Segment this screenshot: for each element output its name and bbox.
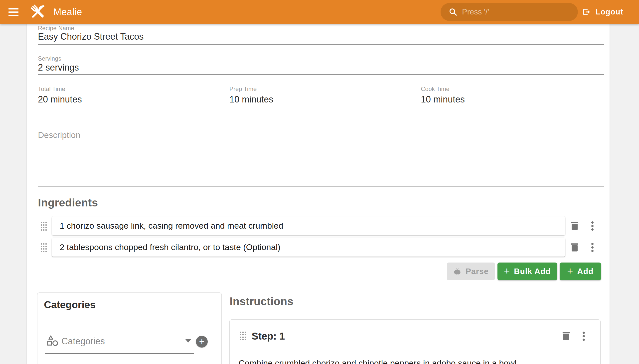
- description-textarea[interactable]: [38, 140, 604, 186]
- servings-label: Servings: [38, 55, 61, 62]
- ingredient-input[interactable]: 2 tablespoons chopped fresh cilantro, or…: [52, 238, 565, 256]
- delete-ingredient-icon[interactable]: [570, 242, 579, 252]
- total-time-input[interactable]: 20 minutes: [38, 94, 82, 105]
- cook-time-input[interactable]: 10 minutes: [421, 94, 465, 105]
- app-bar: Mealie Press '/' Logout: [0, 0, 639, 24]
- bulk-add-button[interactable]: + Bulk Add: [498, 262, 557, 280]
- description-label: Description: [38, 130, 80, 140]
- ingredient-more-options-icon[interactable]: [591, 222, 593, 230]
- total-time-label: Total Time: [38, 86, 65, 92]
- add-label: Add: [577, 267, 593, 276]
- cook-time-underline: [421, 107, 602, 107]
- logout-icon: [582, 7, 591, 17]
- recipe-name-input[interactable]: Easy Chorizo Street Tacos: [38, 32, 144, 42]
- categories-select-underline: [45, 353, 194, 354]
- search-placeholder: Press '/': [462, 8, 489, 16]
- drag-handle[interactable]: [41, 222, 47, 230]
- recipe-name-label: Recipe Name: [38, 25, 74, 32]
- description-underline: [38, 186, 604, 187]
- cook-time-label: Cook Time: [421, 86, 450, 92]
- prep-time-label: Prep Time: [229, 86, 257, 92]
- step-title: Step: 1: [252, 330, 285, 342]
- app-title: Mealie: [53, 0, 82, 24]
- delete-step-icon[interactable]: [562, 331, 571, 341]
- parse-button[interactable]: Parse: [447, 262, 495, 280]
- ingredient-more-options-icon[interactable]: [591, 243, 593, 252]
- ingredients-heading: Ingredients: [38, 196, 98, 209]
- servings-input[interactable]: 2 servings: [38, 62, 79, 73]
- delete-ingredient-icon[interactable]: [570, 221, 579, 231]
- drag-handle[interactable]: [41, 243, 47, 252]
- search-icon: [449, 8, 458, 16]
- drag-handle[interactable]: [240, 332, 246, 340]
- prep-time-underline: [229, 107, 411, 107]
- mealie-recipe-editor: Mealie Press '/' Logout Recipe Name Easy…: [0, 0, 639, 364]
- prep-time-input[interactable]: 10 minutes: [229, 94, 273, 105]
- instructions-heading: Instructions: [230, 295, 293, 308]
- chevron-down-icon[interactable]: [185, 339, 191, 342]
- ingredient-text: 2 tablespoons chopped fresh cilantro, or…: [60, 242, 281, 252]
- recipe-name-underline: [38, 44, 604, 45]
- plus-icon: +: [504, 266, 510, 276]
- categories-divider: [43, 316, 216, 316]
- plus-icon: +: [567, 266, 573, 276]
- plus-icon: +: [199, 336, 204, 347]
- parse-label: Parse: [466, 267, 489, 276]
- logout-button[interactable]: Logout: [582, 0, 623, 24]
- apple-icon: [453, 267, 462, 276]
- mealie-logo-icon: [30, 3, 46, 20]
- add-ingredient-button[interactable]: + Add: [560, 262, 601, 280]
- categories-card-title: Categories: [44, 299, 96, 310]
- add-category-button[interactable]: +: [196, 336, 208, 348]
- menu-icon[interactable]: [9, 6, 20, 18]
- step-text-input[interactable]: Combine crumbled chorizo and chipotle pe…: [239, 358, 519, 364]
- servings-underline: [38, 74, 604, 75]
- step-more-options-icon[interactable]: [583, 332, 585, 341]
- categories-shape-icon: [47, 335, 59, 346]
- categories-select[interactable]: Categories: [61, 336, 105, 346]
- ingredient-text: 1 chorizo sausage link, casing removed a…: [60, 221, 283, 230]
- total-time-underline: [38, 107, 220, 107]
- bulk-add-label: Bulk Add: [514, 267, 551, 276]
- search-input[interactable]: Press '/': [441, 3, 578, 21]
- logout-label: Logout: [595, 8, 623, 16]
- ingredient-input[interactable]: 1 chorizo sausage link, casing removed a…: [52, 216, 565, 235]
